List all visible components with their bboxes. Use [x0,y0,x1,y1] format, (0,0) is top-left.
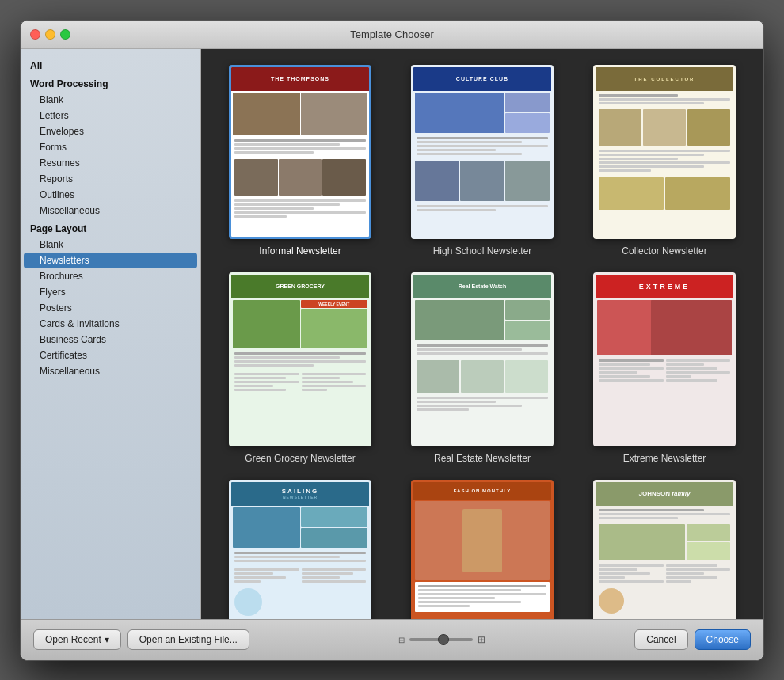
bottom-left-controls: Open Recent ▾ Open an Existing File... [33,629,249,650]
template-thumb-family: JOHNSON family [593,480,736,619]
sidebar-item-wp-misc[interactable]: Miscellaneous [21,203,200,218]
cancel-label: Cancel [646,634,676,645]
sidebar: All Word Processing Blank Letters Envelo… [21,49,201,619]
template-sailing[interactable]: SAILING NEWSLETTER [217,480,383,619]
open-existing-button[interactable]: Open an Existing File... [127,629,249,650]
sidebar-item-wp-envelopes[interactable]: Envelopes [21,123,200,139]
thumb-header-text-extreme: EXTREME [639,283,691,291]
template-thumb-modern: FASHION MONTHLY [411,480,554,619]
template-realestate[interactable]: Real Estate Watch [399,272,565,464]
template-label-highschool: High School Newsletter [433,245,532,256]
sidebar-item-pl-newsletters[interactable]: Newsletters [24,253,197,268]
template-label-extreme: Extreme Newsletter [623,453,706,464]
sidebar-group-page-layout: Page Layout [21,218,200,237]
open-recent-button[interactable]: Open Recent ▾ [33,629,121,650]
sidebar-item-pl-flyers[interactable]: Flyers [21,284,200,300]
content-area: All Word Processing Blank Letters Envelo… [21,49,763,619]
template-thumb-collector: THE COLLECTOR [593,65,736,239]
thumb-header-text-hs: CULTURE CLUB [456,76,508,82]
thumb-header-text: THE THOMPSONS [271,76,329,82]
open-existing-label: Open an Existing File... [139,634,238,645]
template-highschool[interactable]: CULTURE CLUB [399,65,565,256]
choose-button[interactable]: Choose [695,629,751,650]
thumb-header-text-col: THE COLLECTOR [634,77,695,82]
template-thumb-grocery: GREEN GROCERY WEEKLY EVENT [229,272,371,446]
zoom-slider[interactable] [409,638,473,641]
bottom-bar: Open Recent ▾ Open an Existing File... ⊟… [21,619,763,660]
titlebar: Template Chooser [21,21,763,49]
sidebar-group-word-processing: Word Processing [21,74,200,92]
sidebar-item-pl-bizcards[interactable]: Business Cards [21,332,200,348]
sidebar-item-pl-cards[interactable]: Cards & Invitations [21,316,200,332]
sidebar-item-pl-certs[interactable]: Certificates [21,348,200,363]
maximize-button[interactable] [60,29,70,40]
sidebar-item-pl-brochures[interactable]: Brochures [21,268,200,284]
sidebar-item-wp-blank[interactable]: Blank [21,92,200,108]
thumb-header-text-family: JOHNSON family [639,490,691,497]
thumb-header-text-modern: FASHION MONTHLY [454,488,511,493]
zoom-in-icon: ⊞ [478,634,485,645]
sidebar-item-pl-blank[interactable]: Blank [21,237,200,253]
thumb-header-text-sailing: SAILING [282,488,318,495]
thumb-header-text-grocery: GREEN GROCERY [276,283,325,289]
template-informal[interactable]: THE THOMPSONS [217,65,383,256]
template-label-grocery: Green Grocery Newsletter [245,453,355,464]
template-thumb-highschool: CULTURE CLUB [411,65,554,239]
window-title: Template Chooser [350,28,434,40]
template-extreme[interactable]: EXTREME [581,272,748,464]
templates-grid: THE THOMPSONS [217,65,748,619]
template-thumb-informal: THE THOMPSONS [229,65,371,239]
sidebar-item-wp-resumes[interactable]: Resumes [21,155,200,171]
sidebar-item-pl-misc2[interactable]: Miscellaneous [21,363,200,379]
template-thumb-realestate: Real Estate Watch [411,272,554,446]
open-recent-label: Open Recent [45,634,101,645]
cancel-button[interactable]: Cancel [634,629,687,650]
template-modern[interactable]: FASHION MONTHLY [399,480,565,619]
sidebar-item-wp-reports[interactable]: Reports [21,171,200,187]
template-chooser-window: Template Chooser All Word Processing Bla… [20,20,764,661]
choose-label: Choose [706,634,739,645]
sidebar-item-wp-letters[interactable]: Letters [21,108,200,123]
close-button[interactable] [30,29,40,40]
template-label-informal: Informal Newsletter [259,245,341,256]
template-label-collector: Collector Newsletter [622,245,706,256]
bottom-right-controls: Cancel Choose [634,629,751,650]
template-thumb-extreme: EXTREME [593,272,736,446]
traffic-lights [30,29,70,40]
thumb-header-text-re: Real Estate Watch [459,283,506,289]
template-grocery[interactable]: GREEN GROCERY WEEKLY EVENT [217,272,383,464]
minimize-button[interactable] [45,29,55,40]
sidebar-item-all[interactable]: All [21,55,200,74]
templates-main-area: THE THOMPSONS [201,49,763,619]
template-label-realestate: Real Estate Newsletter [434,453,531,464]
sidebar-item-wp-forms[interactable]: Forms [21,139,200,155]
template-thumb-sailing: SAILING NEWSLETTER [229,480,371,619]
dropdown-arrow-icon: ▾ [105,634,109,645]
sidebar-item-wp-outlines[interactable]: Outlines [21,187,200,203]
template-collector[interactable]: THE COLLECTOR [581,65,748,256]
template-family[interactable]: JOHNSON family [581,480,748,619]
zoom-controls: ⊟ ⊞ [398,634,485,645]
zoom-out-icon: ⊟ [398,636,405,644]
sidebar-item-pl-posters[interactable]: Posters [21,300,200,316]
